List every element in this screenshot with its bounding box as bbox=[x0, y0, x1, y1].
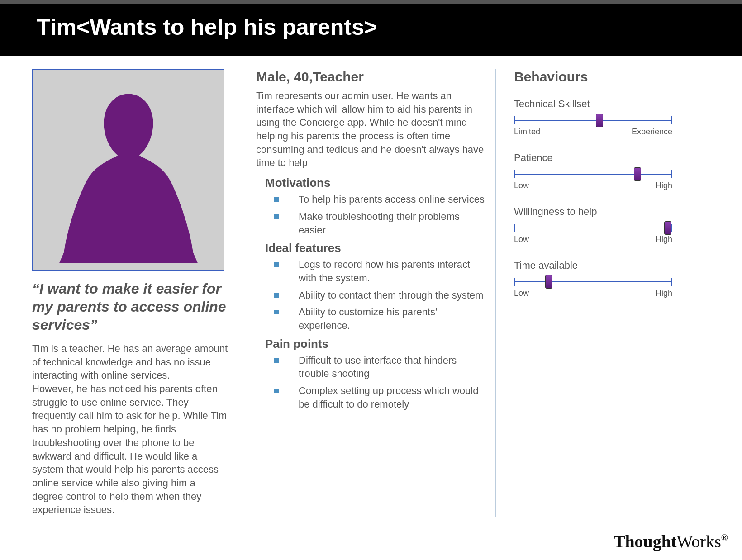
scale-bar bbox=[514, 170, 672, 178]
scale-handle bbox=[634, 167, 641, 181]
scale-high: Experience bbox=[632, 127, 672, 137]
scale-label: Patience bbox=[514, 152, 695, 164]
bio-paragraph-2: However, he has noticed his parents ofte… bbox=[32, 382, 229, 517]
scale-ends: LowHigh bbox=[514, 235, 672, 244]
scale-bar bbox=[514, 116, 672, 124]
scale-handle bbox=[664, 221, 671, 235]
header-bar: Tim<Wants to help his parents> bbox=[0, 0, 742, 56]
bio-paragraph-1: Tim is a teacher. He has an average amou… bbox=[32, 342, 229, 382]
scale-handle bbox=[596, 114, 603, 127]
scale-low: Low bbox=[514, 181, 529, 190]
scale-label: Technical Skillset bbox=[514, 98, 695, 110]
scale-handle bbox=[545, 275, 552, 289]
persona-description: Tim represents our admin user. He wants … bbox=[256, 89, 486, 170]
behaviour-scales: Technical SkillsetLimitedExperiencePatie… bbox=[514, 98, 695, 298]
list-item: Ability to contact them through the syst… bbox=[274, 289, 486, 302]
pain-points-heading: Pain points bbox=[265, 337, 486, 351]
list-item: To help his parents access online servic… bbox=[274, 193, 486, 206]
column-right: Behaviours Technical SkillsetLimitedExpe… bbox=[500, 69, 704, 517]
ideal-features-list: Logs to record how his parents interact … bbox=[274, 258, 486, 332]
silhouette-icon bbox=[52, 80, 205, 270]
list-item: Ability to customize his parents' experi… bbox=[274, 305, 486, 332]
thoughtworks-logo: ThoughtWorks® bbox=[614, 532, 728, 551]
persona-portrait bbox=[32, 69, 224, 271]
pain-points-list: Difficult to use interface that hinders … bbox=[274, 354, 486, 411]
logo-rest: Works bbox=[677, 532, 721, 551]
list-item: Difficult to use interface that hinders … bbox=[274, 354, 486, 380]
persona-quote: “I want to make it easier for my parents… bbox=[32, 280, 229, 334]
ideal-features-heading: Ideal features bbox=[265, 241, 486, 255]
behaviours-heading: Behaviours bbox=[514, 69, 695, 85]
content: “I want to make it easier for my parents… bbox=[0, 56, 742, 517]
scale-bar bbox=[514, 278, 672, 286]
scale-bar bbox=[514, 224, 672, 232]
scale-ends: LowHigh bbox=[514, 289, 672, 298]
scale-ends: LimitedExperience bbox=[514, 127, 672, 137]
scale-label: Willingness to help bbox=[514, 206, 695, 218]
scale-low: Low bbox=[514, 289, 529, 298]
behaviour-scale: Technical SkillsetLimitedExperience bbox=[514, 98, 695, 137]
scale-high: High bbox=[656, 235, 672, 244]
scale-ends: LowHigh bbox=[514, 181, 672, 190]
column-left: “I want to make it easier for my parents… bbox=[23, 69, 238, 517]
scale-label: Time available bbox=[514, 260, 695, 271]
behaviour-scale: Time availableLowHigh bbox=[514, 260, 695, 298]
demographics: Male, 40,Teacher bbox=[256, 69, 486, 85]
list-item: Make troubleshooting their problems easi… bbox=[274, 210, 486, 237]
behaviour-scale: Willingness to helpLowHigh bbox=[514, 206, 695, 244]
logo-bold: Thought bbox=[614, 532, 676, 551]
registered-icon: ® bbox=[721, 533, 728, 543]
behaviour-scale: PatienceLowHigh bbox=[514, 152, 695, 190]
scale-low: Limited bbox=[514, 127, 540, 137]
page-title: Tim<Wants to help his parents> bbox=[37, 14, 377, 40]
list-item: Complex setting up process which would b… bbox=[274, 384, 486, 411]
list-item: Logs to record how his parents interact … bbox=[274, 258, 486, 285]
column-middle: Male, 40,Teacher Tim represents our admi… bbox=[243, 69, 496, 517]
scale-low: Low bbox=[514, 235, 529, 244]
motivations-heading: Motivations bbox=[265, 176, 486, 190]
scale-high: High bbox=[656, 181, 672, 190]
motivations-list: To help his parents access online servic… bbox=[274, 193, 486, 237]
scale-high: High bbox=[656, 289, 672, 298]
